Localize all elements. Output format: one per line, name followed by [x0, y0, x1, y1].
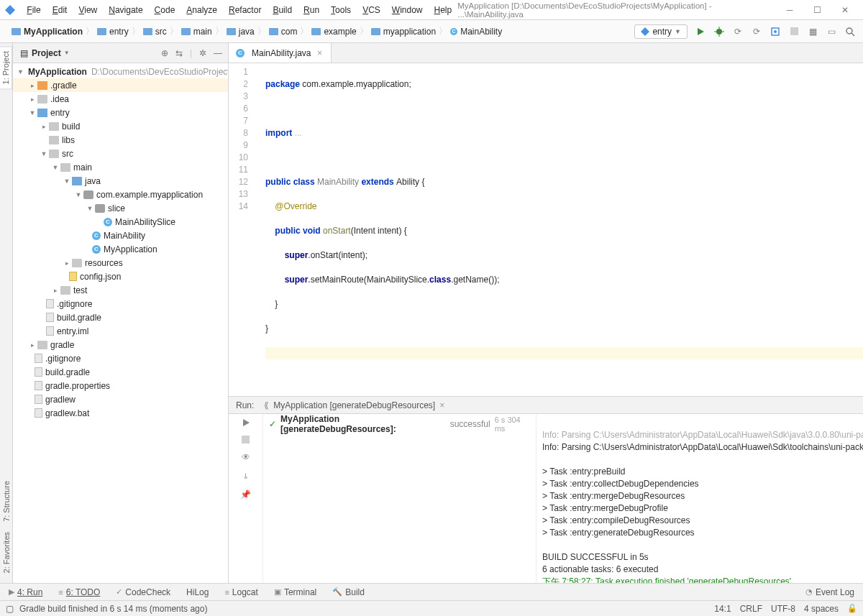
menu-run[interactable]: Run	[298, 0, 325, 19]
tree-node-resources[interactable]: ▸resources	[13, 256, 228, 270]
tree-node-mainabilityslice[interactable]: CMainAbilitySlice	[13, 215, 228, 229]
collapse-icon[interactable]: —	[214, 48, 222, 58]
expand-icon[interactable]: ⇆	[175, 48, 183, 58]
coverage-button[interactable]: ⟳	[732, 26, 744, 37]
tree-node-package[interactable]: ▼com.example.myapplication	[13, 188, 228, 201]
run-tab[interactable]: ⟪ MyApplication [generateDebugResources]…	[260, 399, 449, 412]
menu-file[interactable]: File	[21, 0, 46, 19]
caret-position[interactable]: 14:1	[714, 604, 731, 614]
tab-mainability[interactable]: C MainAbility.java ×	[229, 43, 332, 63]
menu-view[interactable]: View	[73, 0, 103, 19]
btab-terminal[interactable]: ▣Terminal	[271, 587, 319, 597]
btab-hilog[interactable]: HiLog	[183, 587, 211, 597]
crumb-java[interactable]: java	[239, 27, 255, 37]
attach-button[interactable]	[770, 26, 781, 37]
menu-navigate[interactable]: Navigate	[103, 0, 148, 19]
menu-window[interactable]: Window	[386, 0, 429, 19]
file-encoding[interactable]: UTF-8	[771, 604, 795, 614]
indent-setting[interactable]: 4 spaces	[804, 604, 839, 614]
tree-node-java[interactable]: ▼java	[13, 174, 228, 188]
task-row[interactable]: ✓ MyApplication [generateDebugResources]…	[269, 417, 530, 431]
status-square-icon[interactable]: ▢	[6, 604, 14, 614]
tree-node-myapplication-class[interactable]: CMyApplication	[13, 242, 228, 256]
minimize-button[interactable]: ─	[776, 0, 803, 19]
profile-button[interactable]: ⟳	[751, 26, 762, 37]
btab-codecheck[interactable]: ✓CodeCheck	[113, 587, 173, 597]
tree-node-gradleprops[interactable]: gradle.properties	[13, 379, 228, 392]
more-button[interactable]: ▦	[807, 26, 818, 37]
crumb-example[interactable]: example	[324, 27, 356, 37]
btab-todo[interactable]: ≡6: TODO	[55, 587, 103, 597]
crumb-src[interactable]: src	[155, 27, 167, 37]
gear-icon[interactable]: ✲	[199, 48, 206, 58]
menu-analyze[interactable]: Analyze	[181, 0, 223, 19]
tree-node-gitignore[interactable]: .gitignore	[13, 297, 228, 311]
debug-button[interactable]	[713, 26, 725, 37]
tree-node-slice[interactable]: ▼slice	[13, 201, 228, 215]
search-icon[interactable]	[844, 26, 856, 37]
tab-favorites[interactable]: 2: Favorites	[1, 528, 12, 577]
crumb-main[interactable]: main	[193, 27, 212, 37]
close-icon[interactable]: ×	[315, 48, 324, 58]
btab-logcat[interactable]: ≡Logcat	[222, 587, 260, 597]
run-output[interactable]: Info: Parsing C:\Users\Administrator\App…	[536, 414, 863, 583]
crumb-entry[interactable]: entry	[109, 27, 129, 37]
line-separator[interactable]: CRLF	[740, 604, 762, 614]
tree-node-mainability[interactable]: CMainAbility	[13, 229, 228, 242]
tree-node-main[interactable]: ▼main	[13, 160, 228, 174]
tree-node-test[interactable]: ▸test	[13, 283, 228, 297]
rerun-icon[interactable]	[242, 418, 250, 427]
tree-node-build[interactable]: ▸build	[13, 119, 228, 133]
tree-node-gradlew[interactable]: gradlew	[13, 392, 228, 406]
run-panel: Run: ⟪ MyApplication [generateDebugResou…	[229, 396, 863, 583]
tree-node-entryiml[interactable]: entry.iml	[13, 324, 228, 338]
file-icon	[35, 395, 42, 404]
close-icon[interactable]: ×	[439, 400, 444, 410]
menu-help[interactable]: Help	[429, 0, 458, 19]
crumb-com[interactable]: com	[281, 27, 298, 37]
layout-button[interactable]: ▭	[826, 26, 837, 37]
menu-code[interactable]: Code	[149, 0, 181, 19]
crumb-file[interactable]: MainAbility	[460, 27, 502, 37]
tree-node-gradle2[interactable]: ▸gradle	[13, 338, 228, 351]
run-button[interactable]	[695, 26, 706, 37]
tree-node-gradlewbat[interactable]: gradlew.bat	[13, 406, 228, 420]
project-label: Project	[32, 48, 61, 58]
lock-icon[interactable]: 🔓	[847, 604, 857, 614]
btab-build[interactable]: 🔨Build	[329, 587, 367, 597]
crumb-myapplication[interactable]: myapplication	[383, 27, 436, 37]
tab-structure[interactable]: 7: Structure	[1, 477, 12, 526]
btab-eventlog[interactable]: ◔Event Log	[803, 587, 857, 597]
tree-node-gradle[interactable]: ▸.gradle	[13, 78, 228, 92]
crumb-app[interactable]: MyApplication	[24, 27, 83, 37]
tree-node-buildgradle2[interactable]: build.gradle	[13, 365, 228, 379]
close-button[interactable]: ✕	[831, 0, 859, 19]
tree-node-gitignore2[interactable]: .gitignore	[13, 351, 228, 365]
menu-refactor[interactable]: Refactor	[223, 0, 267, 19]
btab-run[interactable]: ▶4: Run	[6, 587, 45, 597]
tab-project[interactable]: 1: Project	[0, 46, 12, 89]
tree-root[interactable]: ▼MyApplicationD:\Documents\DevEcoStudioP…	[13, 65, 228, 78]
tree-node-libs[interactable]: libs	[13, 133, 228, 147]
svg-point-6	[774, 30, 777, 33]
tree-node-entry[interactable]: ▼entry	[13, 106, 228, 119]
tree-node-config[interactable]: config.json	[13, 270, 228, 283]
filter-icon[interactable]: ⫰	[244, 471, 248, 481]
tree-node-buildgradle[interactable]: build.gradle	[13, 311, 228, 324]
code-lines[interactable]: package com.example.myapplication; impor…	[261, 63, 863, 396]
chevron-down-icon[interactable]: ▼	[64, 50, 70, 56]
stop-button[interactable]	[788, 26, 800, 37]
tree-node-idea[interactable]: ▸.idea	[13, 92, 228, 106]
menu-vcs[interactable]: VCS	[357, 0, 386, 19]
show-icon[interactable]: 👁	[242, 452, 250, 462]
menu-edit[interactable]: Edit	[47, 0, 73, 19]
maximize-button[interactable]: ☐	[803, 0, 831, 19]
stop-icon[interactable]	[242, 436, 250, 443]
tree-node-src[interactable]: ▼src	[13, 147, 228, 160]
menu-tools[interactable]: Tools	[325, 0, 357, 19]
locate-icon[interactable]: ⊕	[161, 48, 168, 58]
pin-icon[interactable]: 📌	[240, 489, 251, 500]
run-config-selector[interactable]: entry ▼	[634, 24, 688, 39]
menu-build[interactable]: Build	[267, 0, 298, 19]
code-area[interactable]: 1236 78910 11121314 package com.example.…	[229, 63, 863, 396]
